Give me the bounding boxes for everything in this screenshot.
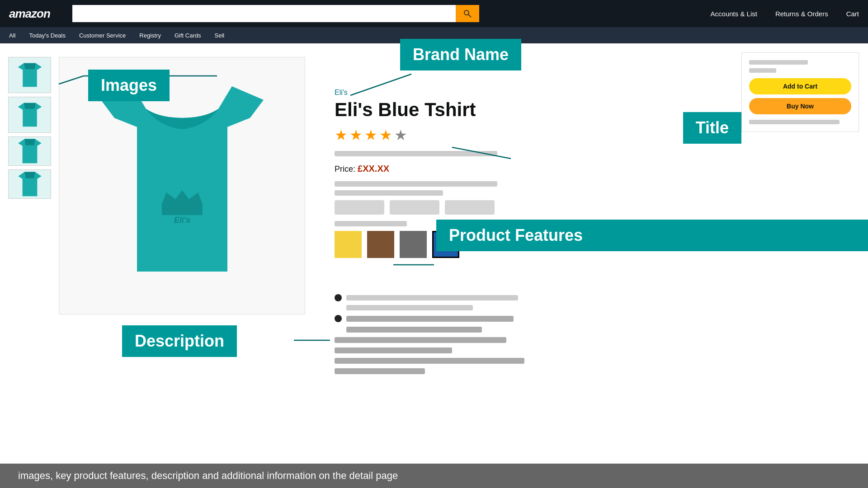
desc-bar-4	[335, 347, 452, 353]
add-to-cart-button[interactable]: Add to Cart	[749, 78, 851, 94]
left-panel: Images	[0, 43, 326, 488]
feature-bar-2	[346, 305, 473, 310]
desc-bar-5	[335, 358, 524, 364]
product-features-annotation: Product Features	[436, 220, 868, 251]
accounts-list-nav[interactable]: Accounts & List	[711, 10, 757, 18]
tshirt-svg: Eli's	[87, 82, 277, 290]
star-4: ★	[379, 127, 392, 144]
size-btn-1[interactable]	[335, 200, 384, 215]
size-buttons	[335, 200, 854, 215]
thumbnail-list	[8, 57, 51, 199]
svg-text:Eli's: Eli's	[174, 216, 190, 225]
subnav-gift-cards[interactable]: Gift Cards	[175, 32, 201, 39]
search-input[interactable]	[72, 5, 456, 22]
right-panel: Brand Name Eli's Eli's Blue Tshirt ★ ★ ★…	[326, 43, 868, 488]
subnav-all[interactable]: All	[9, 32, 15, 39]
desc-bar-1	[346, 316, 514, 322]
caption-bar: images, key product features, descriptio…	[0, 464, 868, 488]
cart-nav[interactable]: Cart	[846, 10, 859, 18]
size-btn-3[interactable]	[445, 200, 495, 215]
returns-orders-nav[interactable]: Returns & Orders	[775, 10, 828, 18]
search-bar	[72, 5, 479, 22]
star-5: ★	[394, 127, 407, 144]
caption-text: images, key product features, descriptio…	[18, 470, 398, 481]
price-value: £XX.XX	[358, 164, 389, 174]
description-label: Description	[122, 325, 237, 357]
svg-marker-11	[24, 103, 35, 109]
feature-lines	[335, 294, 854, 310]
svg-rect-17	[162, 204, 203, 215]
svg-marker-15	[24, 172, 35, 178]
description-section	[335, 315, 854, 374]
detail-bar-1	[335, 181, 497, 187]
cart-box: Add to Cart Buy Now	[741, 52, 859, 132]
subnav-deals[interactable]: Today's Deals	[29, 32, 66, 39]
feature-bar-1	[346, 295, 518, 300]
cart-bar-3	[749, 120, 840, 124]
subnav-sell[interactable]: Sell	[215, 32, 225, 39]
detail-bar-2	[335, 190, 443, 196]
star-3: ★	[364, 127, 377, 144]
star-1: ★	[335, 127, 348, 144]
main-content: Images	[0, 43, 868, 488]
thumbnail-1[interactable]	[8, 57, 51, 93]
buy-now-button[interactable]: Buy Now	[749, 98, 851, 114]
subnav-registry[interactable]: Registry	[139, 32, 161, 39]
header-nav: Accounts & List Returns & Orders Cart	[711, 10, 859, 18]
subnav-customer-service[interactable]: Customer Service	[79, 32, 126, 39]
price-label: Price:	[335, 164, 355, 174]
amazon-logo: amazon	[9, 7, 63, 21]
svg-point-0	[464, 10, 469, 15]
thumbnail-3[interactable]	[8, 136, 51, 166]
feature-line-2	[335, 305, 854, 310]
desc-line-1	[335, 315, 854, 322]
color-label-bar	[335, 221, 407, 226]
brand-name-annotation: Brand Name	[400, 39, 521, 70]
svg-line-1	[468, 14, 471, 17]
color-swatch-yellow[interactable]	[335, 231, 362, 258]
desc-bar-2	[346, 327, 482, 333]
desc-bar-6	[335, 368, 425, 374]
thumbnail-4[interactable]	[8, 169, 51, 199]
color-swatch-gray[interactable]	[400, 231, 427, 258]
price-row: Price: £XX.XX	[335, 164, 854, 174]
star-2: ★	[349, 127, 363, 144]
desc-bar-3	[335, 337, 506, 343]
size-btn-2[interactable]	[390, 200, 439, 215]
header: amazon Accounts & List Returns & Orders …	[0, 0, 868, 27]
thumbnail-2[interactable]	[8, 97, 51, 133]
bullet-2	[335, 315, 342, 322]
divider-bar-1	[335, 151, 497, 156]
cart-bar-2	[749, 68, 776, 73]
svg-marker-9	[24, 63, 35, 69]
feature-line-1	[335, 294, 854, 301]
color-swatch-brown[interactable]	[367, 231, 394, 258]
svg-marker-13	[24, 139, 35, 145]
title-annotation: Title	[683, 112, 741, 144]
cart-bar-1	[749, 60, 808, 65]
search-button[interactable]	[456, 5, 479, 22]
bullet-1	[335, 294, 342, 301]
images-label: Images	[88, 70, 170, 101]
